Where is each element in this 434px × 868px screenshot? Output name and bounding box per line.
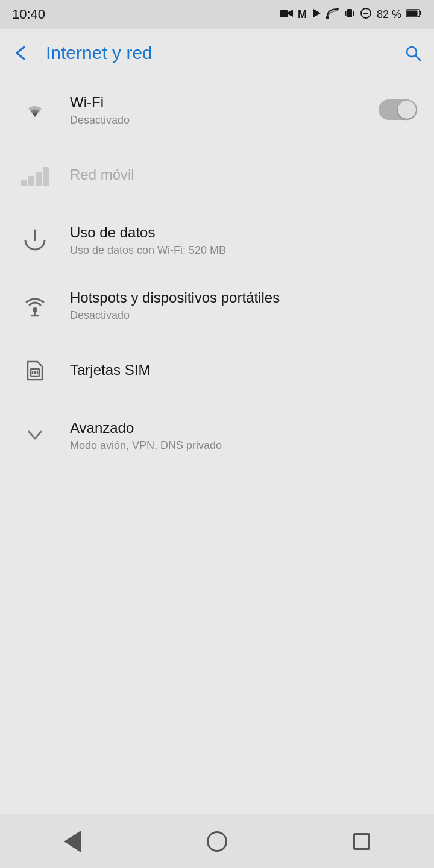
hotspot-item[interactable]: Hotspots y dispositivos portátiles Desac… xyxy=(0,272,434,338)
wifi-divider xyxy=(366,92,366,128)
wifi-icon xyxy=(17,92,53,128)
dnd-icon xyxy=(360,7,372,22)
wifi-text: Wi-Fi Desactivado xyxy=(70,93,354,127)
data-usage-text: Uso de datos Uso de datos con Wi-Fi: 520… xyxy=(70,223,417,257)
sim-card-icon xyxy=(17,352,53,388)
play-icon xyxy=(312,8,321,20)
page-title: Internet y red xyxy=(46,43,404,63)
advanced-text: Avanzado Modo avión, VPN, DNS privado xyxy=(70,418,417,452)
settings-list: Wi-Fi Desactivado Red móvil xyxy=(0,77,434,814)
chevron-down-icon xyxy=(17,417,53,453)
svg-rect-4 xyxy=(347,9,352,17)
data-usage-title: Uso de datos xyxy=(70,223,417,242)
vibrate-icon xyxy=(344,8,355,21)
sim-title: Tarjetas SIM xyxy=(70,360,417,379)
wifi-toggle[interactable] xyxy=(379,99,417,120)
hotspot-text: Hotspots y dispositivos portátiles Desac… xyxy=(70,288,417,322)
nav-home-button[interactable] xyxy=(199,823,235,860)
svg-rect-5 xyxy=(345,11,347,16)
mobile-network-item[interactable]: Red móvil xyxy=(0,142,434,207)
wifi-content: Wi-Fi Desactivado xyxy=(17,92,354,128)
recents-square-icon xyxy=(353,833,370,850)
home-circle-icon xyxy=(207,831,227,852)
search-button[interactable] xyxy=(404,44,422,62)
hotspot-icon xyxy=(17,287,53,323)
data-usage-subtitle: Uso de datos con Wi-Fi: 520 MB xyxy=(70,244,417,257)
hotspot-subtitle: Desactivado xyxy=(70,309,417,322)
mobile-signal-icon xyxy=(17,157,53,193)
data-usage-icon xyxy=(17,222,53,258)
mobile-title: Red móvil xyxy=(70,165,417,184)
advanced-icon xyxy=(17,417,53,453)
svg-marker-1 xyxy=(288,10,293,17)
status-bar: 10:40 M xyxy=(0,0,434,29)
svg-rect-11 xyxy=(420,11,421,15)
bottom-nav xyxy=(0,814,434,868)
hotspot-title: Hotspots y dispositivos portátiles xyxy=(70,288,417,307)
svg-marker-2 xyxy=(313,9,321,17)
wifi-title: Wi-Fi xyxy=(70,93,354,112)
status-time: 10:40 xyxy=(12,7,45,22)
sim-text: Tarjetas SIM xyxy=(70,360,417,379)
status-icons: M xyxy=(280,7,422,22)
advanced-title: Avanzado xyxy=(70,418,417,437)
data-usage-item[interactable]: Uso de datos Uso de datos con Wi-Fi: 520… xyxy=(0,207,434,272)
wifi-subtitle: Desactivado xyxy=(70,114,354,127)
gmail-icon: M xyxy=(298,8,307,21)
battery-icon xyxy=(406,8,422,20)
svg-point-3 xyxy=(326,17,329,19)
mobile-text: Red móvil xyxy=(70,165,417,184)
svg-rect-10 xyxy=(407,11,418,16)
back-triangle-icon xyxy=(64,831,81,852)
svg-line-13 xyxy=(415,55,420,60)
camera-icon xyxy=(280,8,293,20)
back-button[interactable] xyxy=(12,43,31,63)
svg-rect-0 xyxy=(280,10,288,17)
nav-back-button[interactable] xyxy=(54,823,90,860)
battery-level: 82 % xyxy=(377,8,401,21)
wifi-item[interactable]: Wi-Fi Desactivado xyxy=(0,77,434,142)
sim-item[interactable]: Tarjetas SIM xyxy=(0,338,434,403)
cast-icon xyxy=(326,8,339,21)
advanced-item[interactable]: Avanzado Modo avión, VPN, DNS privado xyxy=(0,403,434,468)
nav-recents-button[interactable] xyxy=(344,823,380,860)
advanced-subtitle: Modo avión, VPN, DNS privado xyxy=(70,439,417,452)
top-bar: Internet y red xyxy=(0,29,434,77)
svg-rect-6 xyxy=(353,11,354,16)
